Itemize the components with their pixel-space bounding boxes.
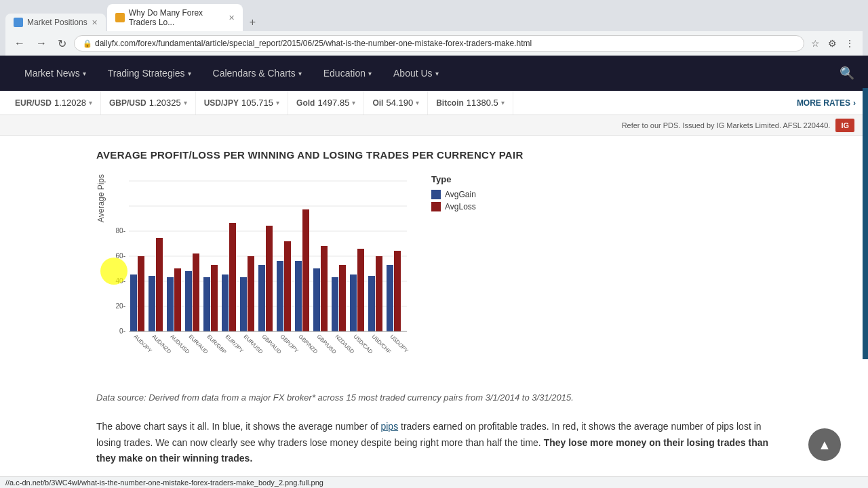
svg-text:USD/JPY: USD/JPY [389,333,410,354]
nav-item-education[interactable]: Education ▾ [313,56,382,91]
rate-label-gbpusd: GBP/USD [109,98,146,108]
nav-label-education: Education [323,68,366,79]
bar-chart: 0- 20- 40- 60- 80- [108,174,420,378]
tab-market-positions[interactable]: Market Positions ✕ [5,14,106,31]
chevron-down-icon-4: ▾ [368,70,372,77]
nav-item-calendars-charts[interactable]: Calendars & Charts ▾ [202,56,313,91]
legend-color-avgloss [431,202,441,211]
legend-item-avgloss: AvgLoss [431,202,476,211]
svg-rect-37 [357,249,364,331]
legend-title: Type [431,174,476,184]
svg-rect-33 [321,246,328,331]
rate-bitcoin[interactable]: Bitcoin 11380.5 ▾ [428,91,513,115]
data-source-text: Data source: Derived from data from a ma… [96,391,772,405]
svg-rect-40 [387,265,393,331]
chevron-down-icon-oil: ▾ [416,99,419,106]
rate-gold[interactable]: Gold 1497.85 ▾ [288,91,364,115]
rate-value-oil: 54.190 [386,98,413,108]
svg-rect-27 [266,226,273,331]
nav-label-trading-strategies: Trading Strategies [108,68,185,79]
status-bar: //a.c-dn.net/b/3WC4wI/what-is-the-number… [0,476,868,487]
status-url: //a.c-dn.net/b/3WC4wI/what-is-the-number… [5,479,323,487]
legend-item-avggain: AvgGain [431,190,476,199]
search-icon[interactable]: 🔍 [840,66,854,81]
chart-container: Average Pips 0- 20- 40- 60- 80- [96,174,772,378]
forward-button[interactable]: → [33,36,50,51]
svg-rect-29 [284,241,291,331]
nav-label-about-us: About Us [393,68,433,79]
rate-gbpusd[interactable]: GBP/USD 1.20325 ▾ [101,91,196,115]
svg-rect-12 [130,274,137,331]
rates-bar: EUR/USD 1.12028 ▾ GBP/USD 1.20325 ▾ USD/… [0,91,868,115]
chevron-down-icon-5: ▾ [435,70,439,77]
new-tab-button[interactable]: + [244,14,261,31]
address-text: dailyfx.com/forex/fundamental/article/sp… [95,39,532,48]
ad-text: Refer to our PDS. Issued by IG Markets L… [622,121,831,129]
svg-rect-38 [368,276,375,331]
rate-label-oil: Oil [372,98,383,108]
svg-rect-34 [332,277,338,331]
chart-title: AVERAGE PROFIT/LOSS PER WINNING AND LOSI… [96,149,772,161]
svg-text:GBP/JPY: GBP/JPY [279,333,300,354]
nav-item-trading-strategies[interactable]: Trading Strategies ▾ [97,56,202,91]
svg-text:GBP/NZD: GBP/NZD [298,333,319,355]
more-rates-label: MORE RATES [797,98,850,108]
svg-rect-19 [193,253,199,331]
tab-close-2[interactable]: ✕ [229,14,235,22]
menu-button[interactable]: ⋮ [842,37,857,50]
chevron-down-icon-gbpusd: ▾ [184,99,187,106]
lock-icon: 🔒 [83,39,92,48]
nav-item-market-news[interactable]: Market News ▾ [14,56,97,91]
svg-rect-15 [156,238,163,331]
ad-banner: Refer to our PDS. Issued by IG Markets L… [0,115,868,136]
reload-button[interactable]: ↻ [54,36,70,52]
svg-rect-31 [302,209,309,331]
tab-favicon-1 [14,18,23,27]
rate-value-eurusd: 1.12028 [54,98,86,108]
chart-y-label: Average Pips [96,174,106,222]
rate-usdjpy[interactable]: USD/JPY 105.715 ▾ [196,91,288,115]
chevron-down-icon-bitcoin: ▾ [501,99,505,106]
tab-forex-article[interactable]: Why Do Many Forex Traders Lo... ✕ [107,4,243,31]
browser-tabs: Market Positions ✕ Why Do Many Forex Tra… [5,4,863,31]
svg-rect-16 [167,277,174,331]
tab-label-2: Why Do Many Forex Traders Lo... [129,8,224,27]
chart-area: 0- 20- 40- 60- 80- [108,174,420,378]
nav-label-calendars-charts: Calendars & Charts [213,68,296,79]
back-button[interactable]: ← [11,36,28,51]
svg-text:80-: 80- [116,227,125,235]
svg-rect-32 [313,268,320,331]
rate-value-gold: 1497.85 [317,98,349,108]
rate-label-usdjpy: USD/JPY [204,98,239,108]
rate-value-gbpusd: 1.20325 [149,98,181,108]
chevron-down-icon: ▾ [83,70,86,77]
svg-rect-13 [138,256,144,331]
nav-item-about-us[interactable]: About Us ▾ [382,56,450,91]
chevron-right-icon: › [853,98,856,108]
svg-rect-22 [222,274,229,331]
svg-rect-18 [185,271,192,331]
address-bar[interactable]: 🔒 dailyfx.com/forex/fundamental/article/… [74,35,804,52]
legend-color-avggain [431,190,441,199]
back-to-top-button[interactable]: ▲ [808,428,841,461]
svg-text:40-: 40- [116,277,125,285]
browser-actions: ☆ ⚙ ⋮ [808,37,857,50]
bookmark-button[interactable]: ☆ [808,37,823,50]
main-content: AVERAGE PROFIT/LOSS PER WINNING AND LOSI… [0,136,868,487]
tab-close-1[interactable]: ✕ [92,18,98,27]
svg-rect-35 [339,265,346,331]
pips-link[interactable]: pips [380,421,398,432]
chevron-down-icon-2: ▾ [188,70,191,77]
svg-text:AUD/NZD: AUD/NZD [151,333,173,355]
tab-label-1: Market Positions [27,18,87,27]
more-rates-button[interactable]: MORE RATES › [791,92,861,115]
rate-oil[interactable]: Oil 54.190 ▾ [364,91,428,115]
chevron-down-icon-gold: ▾ [352,99,355,106]
body-paragraph: The above chart says it all. In blue, it… [96,419,772,467]
legend-label-avgloss: AvgLoss [445,202,476,211]
svg-text:EUR/JPY: EUR/JPY [224,333,245,354]
rate-eurusd[interactable]: EUR/USD 1.12028 ▾ [7,91,101,115]
svg-rect-26 [258,265,265,331]
extensions-button[interactable]: ⚙ [825,37,840,50]
ad-logo: IG [835,119,854,132]
